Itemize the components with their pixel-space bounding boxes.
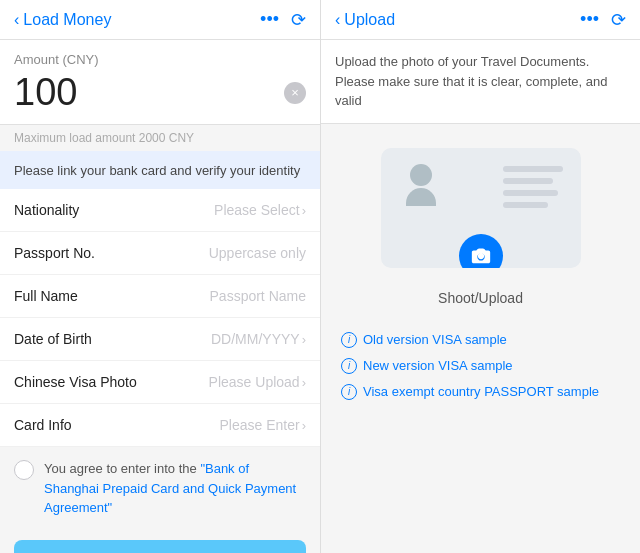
shoot-upload-label: Shoot/Upload	[438, 290, 523, 306]
right-dots-icon[interactable]: •••	[580, 9, 599, 30]
upload-back-arrow-icon[interactable]: ‹	[335, 11, 340, 29]
header-left: ‹ Load Money	[14, 11, 111, 29]
old-visa-label: Old version VISA sample	[363, 332, 507, 347]
fullname-value: Passport Name	[210, 288, 306, 304]
upload-area: Shoot/Upload	[321, 124, 640, 322]
id-card-line-1	[503, 166, 563, 172]
info-icon-3: i	[341, 384, 357, 400]
upload-panel: ‹ Upload ••• ⟳ Upload the photo of your …	[320, 0, 640, 553]
nationality-value: Please Select ›	[214, 202, 306, 218]
card-info-label: Card Info	[14, 417, 124, 433]
passport-row[interactable]: Passport No. Uppercase only	[0, 232, 320, 275]
id-card-line-2	[503, 178, 553, 184]
clear-button[interactable]: ×	[284, 82, 306, 104]
camera-button[interactable]	[459, 234, 503, 268]
visa-photo-value: Please Upload ›	[209, 374, 306, 390]
card-info-value: Please Enter ›	[219, 417, 306, 433]
new-visa-label: New version VISA sample	[363, 358, 513, 373]
agreement-text: You agree to enter into the "Bank of Sha…	[44, 459, 306, 518]
avatar-head	[410, 164, 432, 186]
nationality-label: Nationality	[14, 202, 124, 218]
passport-label: Visa exempt country PASSPORT sample	[363, 384, 599, 399]
old-visa-sample-link[interactable]: i Old version VISA sample	[341, 332, 620, 348]
refresh-icon[interactable]: ⟳	[291, 9, 306, 31]
agreement-prefix: You agree to enter into the	[44, 461, 200, 476]
id-card-line-3	[503, 190, 558, 196]
avatar-silhouette	[401, 164, 441, 214]
dob-value: DD/MM/YYYY ›	[211, 331, 306, 347]
visa-photo-row[interactable]: Chinese Visa Photo Please Upload ›	[0, 361, 320, 404]
amount-label: Amount (CNY)	[14, 52, 306, 67]
amount-row: 100 ×	[14, 71, 306, 114]
dob-chevron-icon: ›	[302, 332, 306, 347]
passport-value: Uppercase only	[209, 245, 306, 261]
left-header: ‹ Load Money ••• ⟳	[0, 0, 320, 40]
visa-photo-label: Chinese Visa Photo	[14, 374, 137, 390]
fullname-row[interactable]: Full Name Passport Name	[0, 275, 320, 318]
passport-label: Passport No.	[14, 245, 124, 261]
id-card-lines	[503, 166, 563, 208]
dots-icon[interactable]: •••	[260, 9, 279, 30]
dob-label: Date of Birth	[14, 331, 124, 347]
agreement-section: You agree to enter into the "Bank of Sha…	[0, 447, 320, 530]
next-button[interactable]: Next	[14, 540, 306, 554]
load-money-panel: ‹ Load Money ••• ⟳ Amount (CNY) 100 × Ma…	[0, 0, 320, 553]
upload-title[interactable]: Upload	[344, 11, 395, 29]
link-bank-section: Please link your bank card and verify yo…	[0, 151, 320, 189]
avatar-body	[406, 188, 436, 206]
amount-section: Amount (CNY) 100 ×	[0, 40, 320, 125]
nationality-row[interactable]: Nationality Please Select ›	[0, 189, 320, 232]
right-header-icons: ••• ⟳	[580, 9, 626, 31]
form-section: Nationality Please Select › Passport No.…	[0, 189, 320, 447]
right-header-left: ‹ Upload	[335, 11, 395, 29]
load-money-title[interactable]: Load Money	[23, 11, 111, 29]
visa-photo-chevron-icon: ›	[302, 375, 306, 390]
agreement-radio[interactable]	[14, 460, 34, 480]
back-arrow-icon[interactable]: ‹	[14, 11, 19, 29]
nationality-chevron-icon: ›	[302, 203, 306, 218]
passport-sample-link[interactable]: i Visa exempt country PASSPORT sample	[341, 384, 620, 400]
right-refresh-icon[interactable]: ⟳	[611, 9, 626, 31]
sample-links: i Old version VISA sample i New version …	[321, 322, 640, 410]
upload-description: Upload the photo of your Travel Document…	[321, 40, 640, 124]
amount-value: 100	[14, 71, 77, 114]
id-card-line-4	[503, 202, 548, 208]
dob-row[interactable]: Date of Birth DD/MM/YYYY ›	[0, 318, 320, 361]
header-icons: ••• ⟳	[260, 9, 306, 31]
card-info-row[interactable]: Card Info Please Enter ›	[0, 404, 320, 447]
new-visa-sample-link[interactable]: i New version VISA sample	[341, 358, 620, 374]
id-card-preview	[381, 148, 581, 268]
info-icon-2: i	[341, 358, 357, 374]
right-header: ‹ Upload ••• ⟳	[321, 0, 640, 40]
link-bank-text: Please link your bank card and verify yo…	[14, 163, 300, 178]
card-info-chevron-icon: ›	[302, 418, 306, 433]
fullname-label: Full Name	[14, 288, 124, 304]
info-icon-1: i	[341, 332, 357, 348]
left-panel-content: Amount (CNY) 100 × Maximum load amount 2…	[0, 40, 320, 553]
max-amount-text: Maximum load amount 2000 CNY	[0, 125, 320, 151]
